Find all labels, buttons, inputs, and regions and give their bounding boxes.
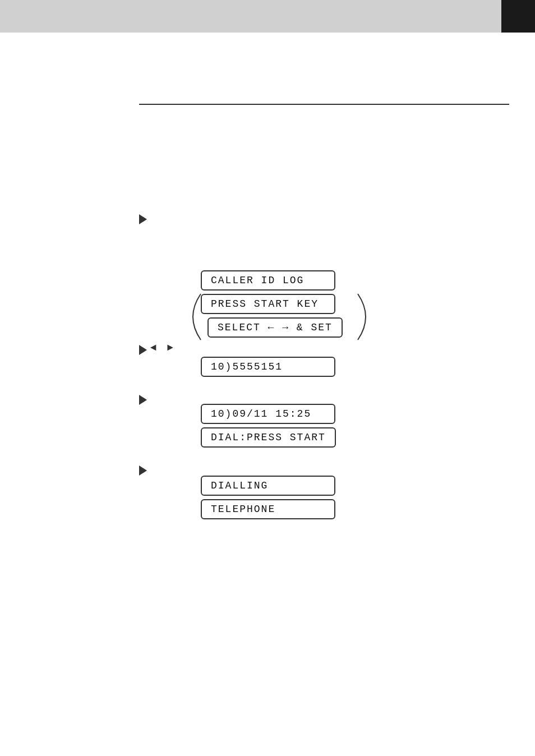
- header-bar: [0, 0, 535, 33]
- date-time-box: 10)09/11 15:25: [201, 404, 335, 424]
- divider-line: [139, 104, 509, 105]
- dial-press-start-box: DIAL:PRESS START: [201, 427, 336, 448]
- dialling-box: DIALLING: [201, 476, 335, 496]
- telephone-box: TELEPHONE: [201, 499, 335, 519]
- nav-left-arrow: ◄: [150, 342, 156, 353]
- arrow-2: [139, 345, 147, 355]
- header-black-tab: [501, 0, 535, 33]
- arrow-3: [139, 395, 147, 405]
- phone-number-box: 10)5555151: [201, 357, 335, 377]
- arrow-4: [139, 465, 147, 476]
- arrow-1: [139, 214, 147, 224]
- connector-arc: [179, 286, 381, 348]
- nav-right-arrow: ►: [167, 342, 173, 353]
